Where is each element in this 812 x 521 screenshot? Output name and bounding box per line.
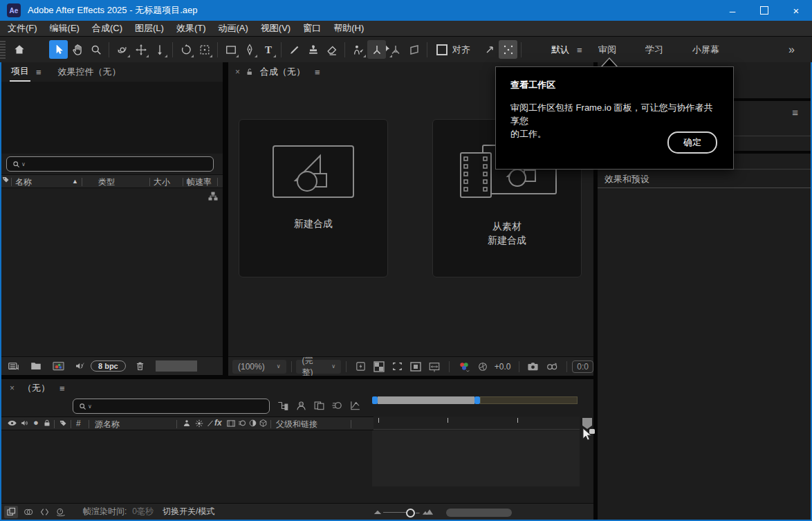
adjustment-layer-switch-icon[interactable]: [248, 419, 257, 428]
work-area-start-handle[interactable]: [372, 396, 378, 404]
maximize-button[interactable]: [748, 0, 780, 21]
resolution-dropdown[interactable]: (完整)∨: [296, 360, 341, 374]
magnification-dropdown[interactable]: (100%)∨: [232, 360, 286, 374]
work-area-end-handle[interactable]: [474, 396, 480, 404]
work-area-bar[interactable]: [480, 396, 578, 404]
panel-menu-icon[interactable]: ≡: [59, 383, 65, 394]
hand-tool-button[interactable]: [68, 40, 86, 59]
menu-file[interactable]: 文件(F): [1, 22, 44, 35]
minimize-button[interactable]: –: [717, 0, 748, 21]
column-divider[interactable]: [71, 420, 71, 428]
rectangle-tool-button[interactable]: [221, 40, 240, 59]
menu-help[interactable]: 帮助(H): [327, 22, 370, 35]
timeline-horizontal-scrollbar[interactable]: [446, 509, 512, 517]
project-search-input[interactable]: ∨: [6, 156, 214, 172]
toggle-switches-modes-button[interactable]: 切换开关/模式: [163, 506, 214, 518]
column-divider[interactable]: [217, 178, 218, 186]
timeline-search-input[interactable]: ∨: [73, 399, 270, 414]
fx-switch-icon[interactable]: fx: [214, 418, 222, 428]
menu-edit[interactable]: 编辑(E): [44, 22, 86, 35]
timeline-track-area[interactable]: [372, 430, 580, 486]
column-divider[interactable]: [11, 178, 12, 186]
in-out-pane-button[interactable]: [37, 506, 51, 518]
center-view-button[interactable]: [499, 40, 517, 59]
rotate-tool-button[interactable]: [176, 40, 195, 59]
camera-region-tool-button[interactable]: [195, 40, 214, 59]
zoom-slider-track[interactable]: [383, 512, 412, 513]
workspace-menu[interactable]: ≡: [577, 37, 582, 63]
audio-speaker-icon[interactable]: [20, 419, 29, 428]
column-size[interactable]: 大小: [154, 176, 170, 188]
collapse-transformations-icon[interactable]: [194, 419, 204, 428]
transparency-grid-button[interactable]: [373, 361, 385, 372]
shared-view-button[interactable]: [480, 40, 499, 59]
menu-view[interactable]: 视图(V): [255, 22, 297, 35]
column-frame-rate[interactable]: 帧速率: [187, 176, 212, 188]
roto-brush-tool-button[interactable]: [349, 40, 367, 59]
column-type[interactable]: 类型: [98, 176, 115, 188]
menu-animation[interactable]: 动画(A): [212, 22, 255, 35]
label-tag-icon[interactable]: [59, 419, 68, 428]
zoom-tool-button[interactable]: [86, 40, 105, 59]
dolly-camera-tool-button[interactable]: [150, 40, 169, 59]
clone-stamp-tool-button[interactable]: [304, 40, 322, 59]
zoom-out-mountain-icon[interactable]: [373, 509, 382, 515]
shy-switch-icon[interactable]: [182, 419, 192, 428]
close-button[interactable]: ×: [780, 0, 812, 21]
menu-effect[interactable]: 效果(T): [170, 22, 212, 35]
text-tool-button[interactable]: T: [259, 40, 277, 59]
close-tab-icon[interactable]: ×: [235, 67, 240, 77]
panel-menu-icon[interactable]: ≡: [36, 67, 41, 77]
3d-layer-switch-icon[interactable]: [259, 419, 268, 428]
workspace-tab-default[interactable]: 默认: [551, 37, 569, 63]
column-divider[interactable]: [351, 420, 351, 428]
brush-tool-button[interactable]: [285, 40, 304, 59]
workspace-tab-small-screen[interactable]: 小屏幕: [692, 37, 719, 63]
new-composition-card[interactable]: 新建合成: [239, 119, 388, 277]
render-settings-icon[interactable]: [74, 360, 86, 372]
toolbar-grip-handle[interactable]: [0, 39, 6, 60]
solo-icon[interactable]: ●: [33, 417, 39, 428]
menu-layer[interactable]: 图层(L): [129, 22, 170, 35]
time-navigator-bar[interactable]: [378, 396, 474, 404]
render-time-pane-button[interactable]: [54, 506, 68, 518]
shy-button[interactable]: [295, 400, 307, 411]
column-divider[interactable]: [89, 420, 89, 428]
column-source-name[interactable]: 源名称: [95, 419, 120, 430]
lock-icon[interactable]: [43, 419, 51, 428]
snapshot-button[interactable]: [527, 361, 539, 372]
color-depth-button[interactable]: 8 bpc: [91, 360, 126, 372]
motion-blur-switch-icon[interactable]: [238, 419, 247, 428]
world-axis-mode-button[interactable]: [386, 40, 405, 59]
pixel-aspect-correction-button[interactable]: [428, 361, 441, 372]
column-number[interactable]: #: [76, 419, 81, 428]
delete-trash-icon[interactable]: [134, 360, 146, 372]
column-divider[interactable]: [176, 420, 177, 428]
effects-presets-panel-header[interactable]: 效果和预设: [598, 170, 811, 188]
exposure-reset-button[interactable]: [477, 361, 488, 372]
time-ruler[interactable]: [372, 417, 580, 430]
zoom-slider-handle[interactable]: [406, 509, 415, 518]
ok-button[interactable]: 确定: [667, 131, 717, 154]
orbit-camera-tool-button[interactable]: [113, 40, 131, 59]
snap-label[interactable]: 对齐: [452, 44, 470, 56]
interpret-footage-icon[interactable]: [7, 360, 20, 373]
unlock-icon[interactable]: [245, 67, 255, 77]
frame-blend-switch-icon[interactable]: [226, 419, 236, 428]
column-divider[interactable]: [54, 420, 55, 428]
tab-project[interactable]: 项目: [10, 62, 30, 82]
frame-blending-button[interactable]: [313, 400, 325, 411]
home-button[interactable]: [10, 40, 28, 59]
snap-checkbox[interactable]: [436, 44, 447, 55]
eraser-tool-button[interactable]: [322, 40, 341, 59]
selection-tool-button[interactable]: [49, 40, 68, 59]
close-tab-icon[interactable]: ×: [10, 383, 15, 393]
column-parent-link[interactable]: 父级和链接: [276, 419, 317, 430]
show-snapshot-button[interactable]: [546, 361, 558, 372]
layer-switches-pane-button[interactable]: [4, 506, 18, 518]
new-folder-icon[interactable]: [30, 360, 42, 372]
panel-resize-grip[interactable]: [156, 360, 197, 372]
zoom-in-mountains-icon[interactable]: [422, 508, 434, 516]
exposure-value[interactable]: +0.0: [495, 362, 511, 372]
column-divider[interactable]: [82, 178, 82, 186]
